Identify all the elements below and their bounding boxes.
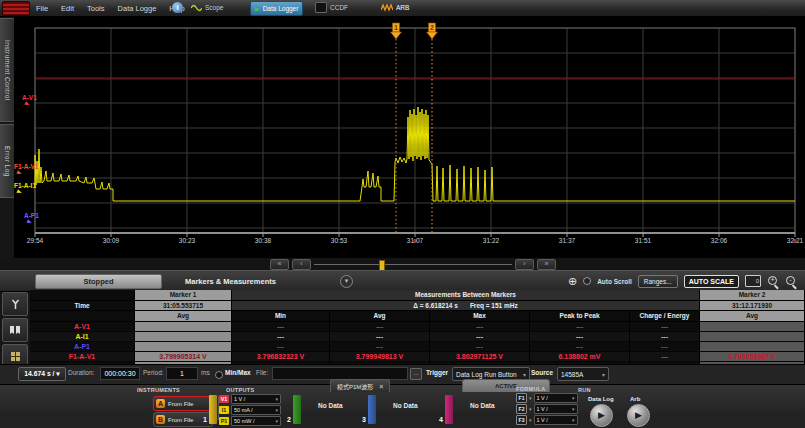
stat-value-3: --- — [530, 342, 630, 352]
crosshair-icon[interactable]: ⊕ — [568, 276, 577, 287]
table-header-row-3: Avg Min Avg Max Peak to Peak Charge / En… — [30, 311, 805, 322]
channel-3-status: No Data — [393, 402, 418, 409]
chevron-down-icon: ▾ — [275, 418, 278, 424]
duration-field[interactable]: 000:00:30 — [100, 367, 140, 380]
channel-4-status: No Data — [470, 402, 495, 409]
stat-value-4: --- — [630, 352, 700, 362]
col-min: Min — [232, 311, 330, 322]
zoom-out-icon[interactable]: - — [785, 275, 797, 287]
tab-ccdf[interactable]: CCDF — [311, 1, 352, 14]
measurement-row-A-P1: A-P1--------------- — [30, 342, 805, 352]
stat-value-0: --- — [232, 322, 330, 332]
x-axis-tick-label: 30:53 — [331, 237, 347, 244]
sine-wave-icon — [191, 4, 202, 12]
period-field[interactable]: 1 — [166, 367, 198, 380]
play-icon: ▶ — [255, 5, 260, 12]
arb-label: Arb — [630, 396, 640, 402]
menu-edit[interactable]: Edit — [61, 4, 74, 13]
table-header-row-2: Time 31:05.553715 Δ = 6.618214 s Freq = … — [30, 301, 805, 312]
channel-4-bar — [445, 395, 453, 424]
x-axis-tick-label: 30:23 — [179, 237, 195, 244]
V1-scale-select[interactable]: 1 V /▾ — [231, 394, 281, 404]
scroll-track[interactable] — [314, 260, 512, 269]
scroll-left-button[interactable]: ‹ — [292, 259, 311, 270]
I1-badge: I1 — [219, 406, 229, 414]
chart-panel[interactable]: 12 A-V1F1-A-V1F1-A-I1A-P1 29:5430:0930:2… — [14, 16, 805, 258]
reset-view-icon[interactable]: 0 — [745, 275, 761, 287]
marker-flags-icon — [9, 325, 21, 336]
x-axis-tick-label: 32:06 — [711, 237, 727, 244]
instrument-a-button[interactable]: A From File — [153, 396, 213, 411]
close-icon[interactable]: × — [379, 383, 383, 390]
data-log-run-button[interactable]: ▶ — [590, 404, 613, 427]
stat-value-2: --- — [430, 342, 530, 352]
select-value: 1 V / — [537, 395, 548, 401]
scroll-right-button[interactable]: › — [515, 259, 534, 270]
minmax-checkbox[interactable] — [215, 371, 223, 379]
chevron-down-icon: ▾ — [572, 406, 575, 412]
chevron-down-icon: ▾ — [602, 371, 605, 378]
marker-tool-button[interactable] — [2, 292, 28, 316]
row-label: F1-A-V1 — [30, 352, 135, 362]
stat-value-1: --- — [330, 332, 430, 342]
chart-scrollbar: « ‹ › » — [0, 258, 805, 270]
between-markers-header: Measurements Between Markers — [232, 290, 700, 301]
select-value: 50 mA / — [234, 407, 253, 413]
active-tab-label: ACTIVE — [495, 383, 517, 389]
stat-value-3: --- — [530, 322, 630, 332]
sidebar-tab-instrument-control[interactable]: Instrument Control — [0, 18, 15, 122]
markers-dropdown-icon[interactable]: ▾ — [340, 275, 353, 288]
channel-3-bar — [368, 395, 376, 424]
arb-run-button[interactable]: ▶ — [627, 404, 650, 427]
I1-scale-select[interactable]: 50 mA /▾ — [231, 405, 281, 415]
x-axis-tick-label: 31:22 — [483, 237, 499, 244]
channel-label-F1-A-I1: F1-A-I1 — [14, 182, 36, 194]
run-state-button[interactable]: Stopped — [35, 274, 162, 289]
measurement-tool-strip — [2, 292, 27, 368]
sidebar-tab-error-log[interactable]: Error Log — [0, 124, 15, 198]
source-value: 14585A — [561, 371, 583, 378]
arb-wave-icon — [381, 3, 393, 12]
auto-scale-button[interactable]: AUTO SCALE — [684, 275, 739, 288]
tab-scope[interactable]: Scope — [187, 1, 227, 14]
row-label: A-V1 — [30, 322, 135, 332]
markers-measurements-title: Markers & Measurements — [185, 277, 276, 286]
session-tab[interactable]: 模式P1M波形 × — [330, 379, 390, 392]
tab-arb[interactable]: ARB — [377, 1, 413, 14]
menu-tools[interactable]: Tools — [87, 4, 105, 13]
scroll-far-left-button[interactable]: « — [270, 259, 289, 270]
output-setting-P1: P150 mW /▾ — [219, 416, 281, 425]
marker1-value — [135, 332, 232, 342]
file-browse-button[interactable]: ... — [410, 368, 422, 380]
instrument-b-label: From File — [168, 417, 193, 423]
menu-file[interactable]: File — [36, 4, 48, 13]
wrench-icon — [10, 299, 21, 310]
source-select[interactable]: 14585A▾ — [557, 367, 609, 381]
F2-scale-select[interactable]: 1 V /▾ — [534, 404, 578, 414]
waveform-chart[interactable]: 12 — [14, 16, 805, 258]
timescale-button[interactable]: 14.674 s / ▾ — [18, 367, 66, 381]
F1-scale-select[interactable]: 1 V /▾ — [534, 393, 578, 403]
col-max: Max — [430, 311, 530, 322]
marker2-value — [700, 342, 805, 352]
app-window: File Edit Tools Data Logge Help i Scope … — [0, 0, 805, 428]
zoom-in-icon[interactable]: + — [767, 275, 779, 287]
scroll-far-right-button[interactable]: » — [537, 259, 556, 270]
ranges-button[interactable]: Ranges... — [638, 275, 678, 288]
channel-label-A-V1: A-V1 — [22, 94, 37, 106]
auto-scroll-radio[interactable] — [583, 277, 591, 285]
tab-data-logger-label: Data Logger — [263, 5, 299, 12]
stat-value-1: 3.799949813 V — [330, 352, 430, 362]
x-axis-tick-label: 31:37 — [559, 237, 575, 244]
tab-data-logger[interactable]: ▶ Data Logger — [250, 1, 303, 16]
channel-1-number: 1 — [203, 416, 207, 423]
instruments-header: INSTRUMENTS — [137, 387, 180, 393]
F3-scale-select[interactable]: 1 V /▾ — [534, 415, 578, 425]
duration-label: Duration: — [68, 369, 94, 376]
info-icon[interactable]: i — [172, 2, 183, 13]
P1-scale-select[interactable]: 50 mW /▾ — [231, 416, 281, 426]
x-axis-tick-label: 30:09 — [103, 237, 119, 244]
markers-button[interactable] — [2, 318, 28, 342]
menu-data-logger[interactable]: Data Logge — [118, 4, 157, 13]
ccdf-icon — [315, 2, 327, 13]
